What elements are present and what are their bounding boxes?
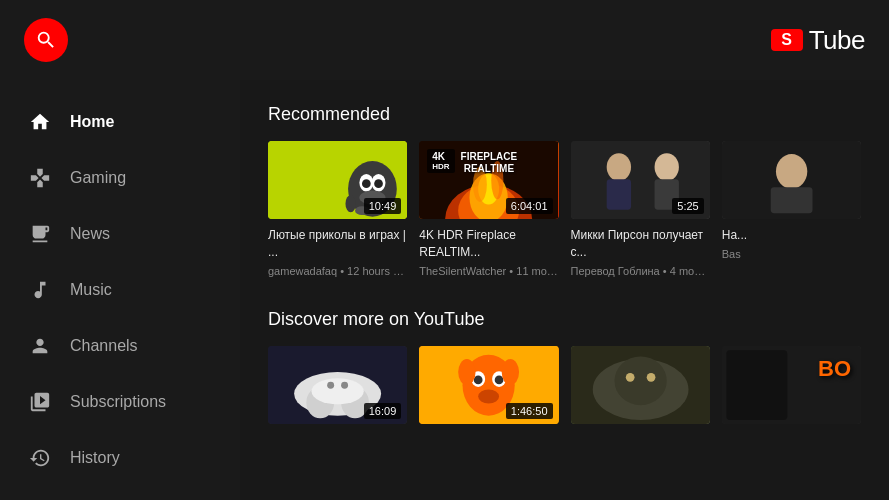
video-meta-3: Перевод Гоблина • 4 months ago	[571, 265, 710, 277]
video-title-2: 4K HDR Fireplace REALTIM...	[419, 227, 558, 261]
bo-text-overlay: BO	[818, 356, 851, 382]
sidebar-item-news[interactable]: News	[0, 208, 240, 260]
music-icon	[28, 278, 52, 302]
svg-rect-23	[770, 187, 812, 213]
svg-point-28	[312, 378, 364, 404]
recommended-section: Recommended	[268, 104, 861, 281]
video-meta-1: gamewadafaq • 12 hours ago • 555K	[268, 265, 407, 277]
header: S Tube	[0, 0, 889, 80]
sidebar-label-music: Music	[70, 281, 112, 299]
svg-point-19	[654, 153, 678, 181]
video-meta-4: Bas	[722, 248, 861, 260]
duration-1: 10:49	[364, 198, 402, 214]
search-button[interactable]	[24, 18, 68, 62]
sidebar-item-history[interactable]: History	[0, 432, 240, 484]
video-card-2[interactable]: FIREPLACEREALTIME 4KHDR 6:04:01 4K HDR F…	[419, 141, 558, 281]
svg-point-22	[776, 154, 807, 189]
video-card-8[interactable]: BO	[722, 346, 861, 424]
recommended-title: Recommended	[268, 104, 861, 125]
svg-point-4	[362, 179, 371, 188]
subscriptions-icon	[28, 390, 52, 414]
discover-title: Discover more on YouTube	[268, 309, 861, 330]
discover-row: 16:09	[268, 346, 861, 424]
sidebar-item-subscriptions[interactable]: Subscriptions	[0, 376, 240, 428]
video-card-6[interactable]: 1:46:50	[419, 346, 558, 424]
youtube-wordmark: Tube	[809, 25, 865, 56]
svg-point-7	[345, 195, 355, 212]
sidebar-label-subscriptions: Subscriptions	[70, 393, 166, 411]
sidebar-label-history: History	[70, 449, 120, 467]
svg-point-39	[502, 359, 519, 385]
video-card-4[interactable]: На... Bas	[722, 141, 861, 281]
duration-6: 1:46:50	[506, 403, 553, 419]
video-title-3: Микки Пирсон получает с...	[571, 227, 710, 261]
fireplace-overlay-text: FIREPLACEREALTIME	[461, 151, 518, 175]
svg-point-30	[341, 382, 348, 389]
video-card-1[interactable]: 10:49 Лютые приколы в играх | ... gamewa…	[268, 141, 407, 281]
main-layout: Home Gaming News Music Channels	[0, 80, 889, 500]
video-title-4: На...	[722, 227, 861, 244]
search-icon	[35, 29, 57, 51]
thumbnail-8: BO	[722, 346, 861, 424]
thumbnail-1: 10:49	[268, 141, 407, 219]
news-icon	[28, 222, 52, 246]
svg-point-35	[474, 376, 483, 385]
discover-section: Discover more on YouTube	[268, 309, 861, 424]
thumb-image-7	[571, 346, 710, 424]
thumbnail-7	[571, 346, 710, 424]
svg-point-43	[625, 373, 634, 382]
history-icon	[28, 446, 52, 470]
sidebar-item-gaming[interactable]: Gaming	[0, 152, 240, 204]
youtube-logo: S Tube	[771, 25, 865, 56]
sidebar-label-news: News	[70, 225, 110, 243]
sidebar: Home Gaming News Music Channels	[0, 80, 240, 500]
video-info-4: На... Bas	[722, 219, 861, 264]
sidebar-label-gaming: Gaming	[70, 169, 126, 187]
sidebar-item-channels[interactable]: Channels	[0, 320, 240, 372]
quality-badge-2: 4KHDR	[427, 149, 454, 173]
video-card-3[interactable]: 5:25 Микки Пирсон получает с... Перевод …	[571, 141, 710, 281]
gaming-icon	[28, 166, 52, 190]
svg-rect-46	[726, 350, 787, 420]
sidebar-label-home: Home	[70, 113, 114, 131]
home-icon	[28, 110, 52, 134]
video-title-1: Лютые приколы в играх | ...	[268, 227, 407, 261]
svg-point-42	[614, 356, 666, 405]
svg-point-29	[327, 382, 334, 389]
duration-3: 5:25	[672, 198, 703, 214]
svg-point-17	[606, 153, 630, 181]
thumbnail-3: 5:25	[571, 141, 710, 219]
sidebar-label-channels: Channels	[70, 337, 138, 355]
duration-2: 6:04:01	[506, 198, 553, 214]
svg-point-5	[374, 179, 383, 188]
sidebar-item-home[interactable]: Home	[0, 96, 240, 148]
svg-point-38	[458, 359, 475, 385]
video-meta-2: TheSilentWatcher • 11 months ago	[419, 265, 558, 277]
svg-point-36	[495, 376, 504, 385]
recommended-row: 10:49 Лютые приколы в играх | ... gamewa…	[268, 141, 861, 281]
thumbnail-4	[722, 141, 861, 219]
thumbnail-2: FIREPLACEREALTIME 4KHDR 6:04:01	[419, 141, 558, 219]
video-info-3: Микки Пирсон получает с... Перевод Гобли…	[571, 219, 710, 281]
video-card-5[interactable]: 16:09	[268, 346, 407, 424]
svg-point-37	[478, 389, 499, 403]
sidebar-item-music[interactable]: Music	[0, 264, 240, 316]
thumb-image-4	[722, 141, 861, 219]
channels-icon	[28, 334, 52, 358]
video-info-1: Лютые приколы в играх | ... gamewadafaq …	[268, 219, 407, 281]
video-info-2: 4K HDR Fireplace REALTIM... TheSilentWat…	[419, 219, 558, 281]
content-area: Recommended	[240, 80, 889, 500]
duration-5: 16:09	[364, 403, 402, 419]
thumbnail-6: 1:46:50	[419, 346, 558, 424]
youtube-icon: S	[771, 29, 803, 51]
thumbnail-5: 16:09	[268, 346, 407, 424]
video-card-7[interactable]	[571, 346, 710, 424]
svg-point-44	[646, 373, 655, 382]
svg-rect-18	[606, 179, 630, 209]
